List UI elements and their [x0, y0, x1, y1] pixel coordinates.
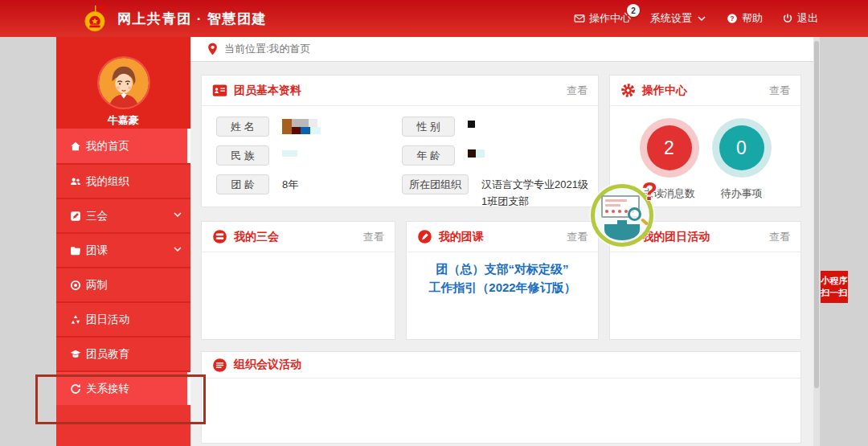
sticker-magnifier-icon — [628, 207, 641, 221]
field-age-label: 年 龄 — [402, 145, 455, 166]
nav-logout-label: 退出 — [797, 11, 818, 26]
mini-program-badge-line2: 扫一扫 — [821, 287, 848, 299]
action-center-view-link[interactable]: 查看 — [769, 84, 790, 98]
field-name-label: 姓 名 — [216, 117, 269, 137]
league-emblem-logo — [80, 4, 109, 33]
sidebar-item-sanhui[interactable]: 三会 — [56, 198, 190, 232]
power-icon — [782, 13, 793, 24]
sticker-question-mark: ? — [641, 177, 657, 207]
action-center-title: 操作中心 — [642, 84, 687, 98]
member-info-title: 团员基本资料 — [234, 84, 301, 98]
my-tuanke-title: 我的团课 — [439, 230, 484, 244]
my-tuanke-view-link[interactable]: 查看 — [567, 230, 588, 244]
todo-count-circle[interactable]: 0 — [719, 125, 764, 170]
field-gender-label: 性 别 — [402, 117, 455, 137]
chevron-down-icon — [173, 244, 182, 256]
nav-action-center[interactable]: 操作中心 2 — [574, 11, 631, 26]
field-organization-value: 汉语言文学专业2021级1班团支部 — [481, 174, 590, 210]
username: 牛嘉豪 — [56, 113, 190, 128]
top-nav: 操作中心 2 系统设置 ? 帮助 退出 — [574, 11, 818, 26]
my-sanhui-view-link[interactable]: 查看 — [363, 230, 384, 244]
todo-count-label: 待办事项 — [712, 186, 772, 201]
my-tuanke-body: 团（总）支部“对标定级” 工作指引（2022年修订版） — [407, 252, 599, 297]
field-gender: 性 别 — [402, 117, 590, 137]
sidebar-item-liangzhi[interactable]: 两制 — [56, 267, 190, 301]
top-header-bar: 网上共青团 · 智慧团建 操作中心 2 系统设置 ? 帮助 — [0, 0, 868, 37]
gear-icon — [620, 83, 636, 98]
my-sanhui-card: 我的三会 查看 — [201, 221, 395, 340]
field-league-age-value: 8年 — [282, 174, 298, 192]
dashboard: 团员基本资料 查看 姓 名 性 别 — [190, 62, 813, 444]
svg-text:?: ? — [731, 15, 735, 23]
action-center-stats: 2 未读消息数 0 待办事项 — [610, 106, 800, 201]
document-circle-icon — [212, 358, 227, 373]
sidebar: 牛嘉豪 我的首页 我的组织 三会 — [56, 37, 190, 446]
tuanke-course-link-line2[interactable]: 工作指引（2022年修订版） — [407, 278, 599, 297]
scrollbar-track[interactable] — [813, 37, 820, 446]
mini-program-scan-badge[interactable]: 小程序 扫一扫 — [821, 271, 848, 303]
field-organization-label: 所在团组织 — [402, 174, 469, 194]
field-organization: 所在团组织 汉语言文学专业2021级1班团支部 — [402, 174, 590, 210]
avatar — [99, 58, 149, 108]
question-circle-icon: ? — [727, 13, 738, 24]
location-pin-icon — [207, 43, 218, 55]
nav-help[interactable]: ? 帮助 — [727, 11, 763, 26]
member-info-view-link[interactable]: 查看 — [567, 84, 588, 98]
envelope-icon — [574, 13, 585, 24]
unread-count-circle[interactable]: 2 — [647, 125, 692, 170]
pen-circle-icon — [417, 229, 432, 244]
field-league-age: 团 龄 8年 — [216, 174, 402, 210]
sidebar-item-relationship-transfer[interactable]: 关系接转 — [56, 370, 190, 405]
tuanke-course-link-line1[interactable]: 团（总）支部“对标定级” — [407, 260, 599, 278]
main-content: 当前位置:我的首页 团员基本资料 查看 姓 名 — [190, 37, 813, 446]
sidebar-item-member-education[interactable]: 团员教育 — [56, 336, 190, 370]
nav-help-label: 帮助 — [742, 11, 763, 26]
recycle-icon — [70, 314, 81, 325]
brand: 网上共青团 · 智慧团建 — [80, 4, 267, 33]
sidebar-item-label: 两制 — [86, 278, 108, 293]
my-sanhui-title: 我的三会 — [234, 230, 279, 244]
id-card-icon — [212, 83, 227, 98]
nav-logout[interactable]: 退出 — [782, 11, 818, 26]
sticker-magnifier-handle — [641, 218, 649, 225]
sidebar-item-home[interactable]: 我的首页 — [56, 129, 190, 163]
profile-section: 牛嘉豪 — [56, 37, 190, 129]
scrollbar-thumb[interactable] — [814, 41, 819, 388]
sidebar-item-tuanri-activity[interactable]: 团日活动 — [56, 301, 190, 336]
sidebar-item-organization[interactable]: 我的组织 — [56, 163, 190, 198]
breadcrumb-text: 当前位置:我的首页 — [224, 42, 311, 56]
nav-system-settings-label: 系统设置 — [650, 11, 692, 26]
sidebar-item-label: 我的首页 — [86, 139, 129, 153]
chevron-down-icon — [173, 210, 182, 222]
breadcrumb: 当前位置:我的首页 — [190, 37, 813, 62]
sidebar-item-tuanke[interactable]: 团课 — [56, 232, 190, 267]
unread-count-badge: 2 — [627, 4, 640, 17]
my-tuanri-view-link[interactable]: 查看 — [769, 230, 790, 244]
nav-action-center-label: 操作中心 — [589, 11, 631, 26]
sidebar-item-label: 团日活动 — [86, 313, 129, 327]
sidebar-item-label: 三会 — [86, 209, 108, 223]
field-age: 年 龄 — [402, 145, 590, 166]
app-title: 网上共青团 · 智慧团建 — [117, 10, 267, 28]
field-name-value-redacted — [282, 119, 321, 134]
field-ethnicity-value-redacted — [282, 145, 297, 159]
nav-system-settings[interactable]: 系统设置 — [650, 11, 707, 26]
org-meeting-activity-card: 组织会议活动 — [201, 351, 801, 444]
sidebar-item-label: 团课 — [86, 243, 108, 258]
sidebar-item-label: 关系接转 — [86, 382, 129, 396]
sidebar-item-label: 我的组织 — [86, 174, 129, 189]
chevron-down-icon — [696, 13, 707, 24]
field-league-age-label: 团 龄 — [216, 174, 269, 194]
member-info-card: 团员基本资料 查看 姓 名 性 别 — [201, 75, 599, 207]
meeting-circle-icon — [212, 229, 227, 244]
target-icon — [70, 280, 81, 291]
field-ethnicity: 民 族 — [216, 145, 402, 166]
outer-background-right — [813, 37, 868, 446]
action-center-card: 操作中心 查看 2 未读消息数 0 待办事项 — [609, 75, 801, 207]
pencil-square-icon — [70, 211, 81, 222]
users-icon — [70, 176, 81, 187]
folder-icon — [70, 245, 81, 256]
sidebar-item-label: 团员教育 — [86, 347, 129, 362]
member-info-fields: 姓 名 性 别 民 族 — [202, 106, 598, 210]
my-tuanke-card: 我的团课 查看 团（总）支部“对标定级” 工作指引（2022年修订版） — [406, 221, 600, 340]
